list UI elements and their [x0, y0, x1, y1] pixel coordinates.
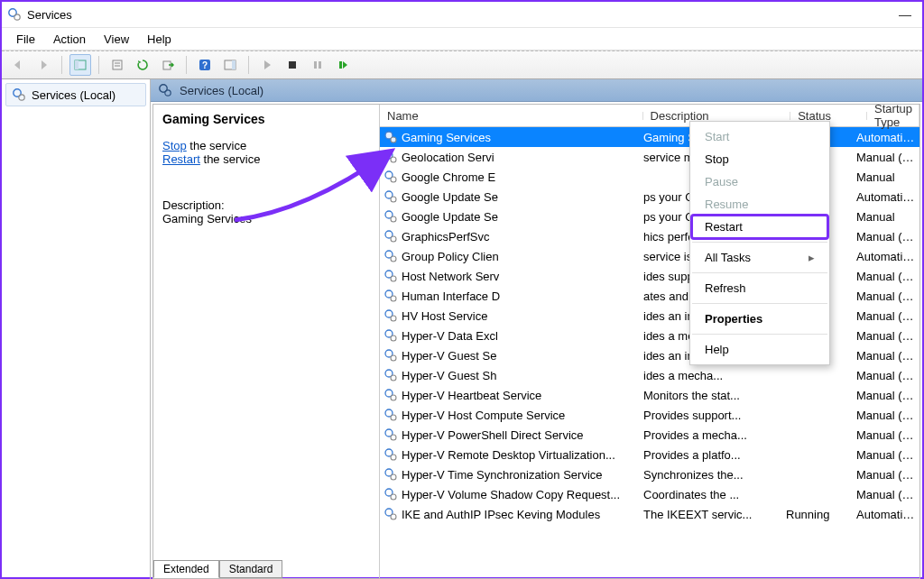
cell-startup: Manual (Trigg... [853, 488, 919, 501]
table-row[interactable]: HV Host Serviceides an inter...RunningMa… [380, 306, 919, 326]
cell-name: Google Chrome E [380, 170, 640, 184]
tab-standard[interactable]: Standard [219, 560, 283, 578]
table-row[interactable]: Host Network Servides support...RunningM… [380, 266, 919, 286]
cell-name: Hyper-V Data Excl [380, 328, 640, 343]
ctx-resume: Resume [692, 193, 827, 216]
svg-point-45 [391, 375, 396, 381]
table-row[interactable]: Human Interface Dates and ma...RunningMa… [380, 286, 919, 306]
cell-name: GraphicsPerfSvc [380, 229, 640, 244]
properties-button[interactable] [106, 54, 128, 76]
table-row[interactable]: IKE and AuthIP IPsec Keving ModulesThe I… [380, 504, 919, 524]
tab-extended[interactable]: Extended [153, 560, 219, 578]
table-row[interactable]: Hyper-V Guest Seides an inter...Manual (… [380, 345, 919, 365]
table-row[interactable]: Group Policy Clienservice is res...Autom… [380, 246, 919, 266]
cell-name: Hyper-V Guest Sh [380, 368, 640, 382]
cell-startup: Manual [853, 170, 919, 184]
minimize-button[interactable]: — [899, 7, 911, 22]
menu-file[interactable]: File [9, 31, 42, 48]
cell-startup: Manual (Trigg... [853, 389, 919, 402]
cell-startup: Manual (Trigg... [853, 448, 919, 462]
svg-point-29 [391, 216, 396, 222]
tree-node-services-local[interactable]: Services (Local) [5, 83, 146, 106]
services-app-icon [7, 7, 22, 22]
svg-point-53 [391, 455, 396, 460]
cell-startup: Manual (Trigg... [853, 329, 919, 343]
cell-description: Coordinates the ... [640, 488, 782, 501]
restart-service-button[interactable] [332, 54, 354, 76]
table-row[interactable]: Hyper-V Heartbeat ServiceMonitors the st… [380, 385, 919, 405]
ctx-properties[interactable]: Properties [692, 308, 827, 330]
detail-panel: Gaming Services Stop the service Restart… [153, 105, 380, 578]
table-row[interactable]: Hyper-V Time Synchronization ServiceSync… [380, 464, 919, 484]
table-row[interactable]: Google Chrome EManual [380, 167, 919, 187]
cell-name: Human Interface D [380, 289, 640, 303]
titlebar: Services — [2, 2, 922, 28]
table-row[interactable]: Hyper-V PowerShell Direct ServiceProvide… [380, 425, 919, 445]
tree-node-label: Services (Local) [32, 88, 116, 102]
cell-name: Google Update Se [380, 209, 640, 224]
refresh-button[interactable] [132, 54, 153, 76]
cell-name: Hyper-V Heartbeat Service [380, 388, 640, 402]
ctx-stop[interactable]: Stop [692, 148, 827, 170]
cell-name: Hyper-V Remote Desktop Virtualization... [380, 447, 640, 462]
forward-button[interactable] [32, 54, 54, 76]
cell-description: ides a mecha... [640, 369, 782, 382]
cell-name: Geolocation Servi [380, 150, 640, 164]
table-row[interactable]: GraphicsPerfSvchics perform...Manual (Tr… [380, 226, 919, 246]
cell-startup: Manual (Trigg... [853, 290, 919, 303]
table-row[interactable]: Google Update Seps your Goog...Automatic… [380, 187, 919, 207]
restart-service-suffix: the service [200, 152, 260, 166]
col-startup-type[interactable]: Startup Type [867, 105, 919, 129]
svg-point-59 [391, 514, 396, 519]
svg-rect-11 [232, 60, 236, 69]
table-row[interactable]: Hyper-V Host Compute ServiceProvides sup… [380, 405, 919, 425]
cell-description: The IKEEXT servic... [640, 508, 782, 521]
menu-action[interactable]: Action [46, 31, 93, 48]
back-button[interactable] [7, 54, 29, 76]
svg-point-35 [391, 276, 396, 281]
menu-view[interactable]: View [97, 31, 136, 48]
ctx-restart[interactable]: Restart [692, 216, 827, 238]
table-row[interactable]: Hyper-V Data Exclides a mecha...Manual (… [380, 326, 919, 345]
ctx-pause: Pause [692, 170, 827, 193]
table-row[interactable]: Google Update Seps your Goog...Manual [380, 207, 919, 226]
table-row[interactable]: Hyper-V Guest Shides a mecha...Manual (T… [380, 365, 919, 385]
svg-point-23 [391, 157, 396, 162]
cell-description: Synchronizes the... [640, 468, 782, 482]
table-row[interactable]: Geolocation Serviservice moni...RunningM… [380, 147, 919, 167]
svg-point-27 [391, 197, 396, 202]
menu-help[interactable]: Help [140, 31, 179, 48]
table-row[interactable]: Hyper-V Volume Shadow Copy Request...Coo… [380, 484, 919, 504]
description-label: Description: [162, 198, 370, 212]
cell-name: Google Update Se [380, 189, 640, 204]
start-service-button[interactable] [256, 54, 278, 76]
column-headers: Name Description Status Startup Type [380, 105, 919, 127]
ctx-help[interactable]: Help [692, 338, 827, 361]
cell-name: Group Policy Clien [380, 249, 640, 263]
stop-service-button[interactable] [282, 54, 303, 76]
ctx-refresh[interactable]: Refresh [692, 277, 827, 299]
cell-startup: Automatic (Tri... [853, 131, 919, 144]
ctx-all-tasks[interactable]: All Tasks▸ [692, 246, 827, 269]
stop-service-suffix: the service [187, 139, 246, 152]
col-name[interactable]: Name [380, 109, 643, 123]
cell-startup: Manual (Trigg... [853, 428, 919, 442]
pause-service-button[interactable] [307, 54, 328, 76]
cell-name: Hyper-V Host Compute Service [380, 408, 640, 422]
svg-point-31 [391, 236, 396, 242]
export-list-button[interactable] [157, 54, 179, 76]
table-row[interactable]: Gaming ServicesGaming ServicesRunningAut… [380, 127, 919, 147]
show-hide-action-pane-button[interactable] [219, 54, 241, 76]
show-hide-tree-button[interactable] [69, 54, 91, 76]
svg-point-17 [19, 95, 24, 100]
context-menu: Start Stop Pause Resume Restart All Task… [689, 121, 830, 365]
svg-point-1 [14, 14, 20, 20]
table-row[interactable]: Hyper-V Remote Desktop Virtualization...… [380, 445, 919, 464]
description-value: Gaming Services [162, 212, 370, 225]
help-button[interactable]: ? [194, 54, 216, 76]
stop-service-link[interactable]: Stop [162, 139, 187, 152]
cell-description: Monitors the stat... [640, 389, 782, 402]
cell-name: Hyper-V PowerShell Direct Service [380, 427, 640, 442]
toolbar: ? [2, 51, 922, 79]
restart-service-link[interactable]: Restart [162, 152, 200, 166]
